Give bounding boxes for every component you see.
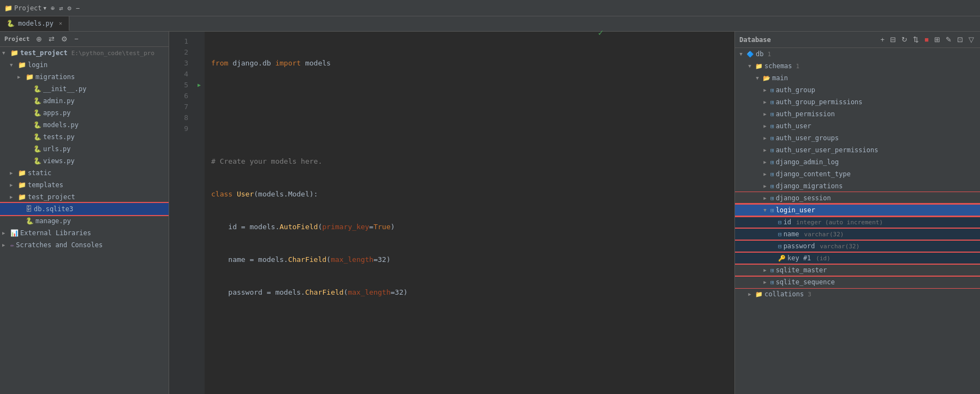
python-icon: 🐍 bbox=[33, 85, 41, 93]
code-editor[interactable]: from django.db import models # Create yo… bbox=[205, 32, 734, 394]
chevron-right-icon: ▶ bbox=[761, 147, 769, 153]
sidebar-btn-equalizer[interactable]: ⇄ bbox=[46, 34, 57, 44]
db-item-auth-user[interactable]: ▶ ⊞ auth_user bbox=[735, 120, 980, 132]
db-btn-table[interactable]: ⊞ bbox=[933, 34, 942, 45]
sidebar-tree: ▼ 📁 test_project E:\python_code\test_pro… bbox=[0, 47, 169, 394]
sidebar-item-static[interactable]: ▶ 📁 static bbox=[0, 167, 169, 179]
db-item-auth-user-user-permissions[interactable]: ▶ ⊞ auth_user_user_permissions bbox=[735, 144, 980, 156]
chevron-right-icon: ▶ bbox=[746, 291, 754, 297]
sidebar-item-init-py[interactable]: 🐍 __init__.py bbox=[0, 83, 169, 95]
chevron-right-icon: ▶ bbox=[17, 74, 24, 80]
python-icon: 🐍 bbox=[33, 109, 41, 117]
chevron-right-icon: ▶ bbox=[2, 242, 9, 248]
db-item-auth-user-groups[interactable]: ▶ ⊞ auth_user_groups bbox=[735, 132, 980, 144]
code-line-6: id = models. AutoField ( primary_key = T… bbox=[211, 222, 728, 232]
folder-icon: 📁 bbox=[18, 193, 26, 201]
db-item-schemas[interactable]: ▼ 📁 schemas 1 bbox=[735, 60, 980, 72]
db-btn-edit[interactable]: ✎ bbox=[944, 34, 953, 45]
sidebar-item-tests-py[interactable]: 🐍 tests.py bbox=[0, 131, 169, 143]
db-item-sqlite-master[interactable]: ▶ ⊞ sqlite_master bbox=[735, 264, 980, 276]
editor-content[interactable]: 1 2 3 4 5 6 7 8 9 ▶ bbox=[169, 32, 734, 394]
sidebar-item-manage-py[interactable]: 🐍 manage.py bbox=[0, 215, 169, 227]
db-btn-stop[interactable]: ■ bbox=[923, 34, 930, 45]
db-item-auth-group-permissions[interactable]: ▶ ⊞ auth_group_permissions bbox=[735, 96, 980, 108]
db-item-django-session[interactable]: ▶ ⊞ django_session bbox=[735, 192, 980, 204]
sidebar-item-models-py[interactable]: 🐍 models.py bbox=[0, 119, 169, 131]
db-item-db-root[interactable]: ▼ 🔷 db 1 bbox=[735, 48, 980, 60]
sidebar-item-scratches[interactable]: ▶ ✏ Scratches and Consoles bbox=[0, 239, 169, 251]
db-btn-add[interactable]: + bbox=[879, 34, 887, 45]
chevron-right-icon: ▶ bbox=[761, 183, 769, 189]
chevron-down-icon: ▼ bbox=[746, 63, 754, 69]
folder-icon: 📁 bbox=[18, 61, 26, 69]
python-icon: 🐍 bbox=[33, 157, 41, 165]
db-btn-refresh-2[interactable]: ⊟ bbox=[888, 34, 898, 45]
chevron-right-icon: ▶ bbox=[10, 182, 16, 188]
db-btn-refresh[interactable]: ↻ bbox=[900, 34, 909, 45]
sidebar-item-external-libraries[interactable]: ▶ 📊 External Libraries bbox=[0, 227, 169, 239]
db-item-col-name[interactable]: ⊟ name varchar(32) bbox=[735, 228, 980, 240]
chevron-right-icon: ▶ bbox=[761, 111, 769, 117]
toolbar-btn-settings[interactable]: ⚙ bbox=[67, 4, 71, 12]
db-item-auth-group[interactable]: ▶ ⊞ auth_group bbox=[735, 84, 980, 96]
db-item-sqlite-sequence[interactable]: ▶ ⊞ sqlite_sequence bbox=[735, 276, 980, 288]
db-item-login-user[interactable]: ▼ ⊞ login_user bbox=[735, 204, 980, 216]
database-tree: ▼ 🔷 db 1 ▼ 📁 schemas 1 ▼ 📂 main ▶ ⊞ bbox=[735, 48, 980, 394]
database-panel: Database + ⊟ ↻ ⇅ ■ ⊞ ✎ ⊡ ▽ ▼ 🔷 db 1 bbox=[734, 32, 980, 394]
sidebar-btn-minus[interactable]: − bbox=[72, 34, 81, 44]
chevron-right-icon: ▶ bbox=[2, 230, 9, 236]
sidebar-btn-add[interactable]: ⊕ bbox=[34, 34, 44, 44]
chevron-right-icon: ▶ bbox=[10, 194, 16, 200]
python-icon: 🐍 bbox=[33, 133, 41, 141]
db-item-django-migrations[interactable]: ▶ ⊞ django_migrations bbox=[735, 180, 980, 192]
chevron-right-icon: ▶ bbox=[761, 123, 769, 129]
db-btn-sync[interactable]: ⇅ bbox=[911, 34, 921, 45]
db-item-auth-permission[interactable]: ▶ ⊞ auth_permission bbox=[735, 108, 980, 120]
toolbar-btn-structure[interactable]: ⇄ bbox=[59, 4, 63, 12]
table-icon: ⊞ bbox=[770, 87, 774, 94]
chevron-down-icon: ▼ bbox=[2, 50, 9, 56]
db-item-key-1[interactable]: 🔑 key #1 (id) bbox=[735, 252, 980, 264]
folder-icon: 📁 bbox=[18, 181, 26, 189]
sidebar-item-urls-py[interactable]: 🐍 urls.py bbox=[0, 143, 169, 155]
sidebar-item-views-py[interactable]: 🐍 views.py bbox=[0, 155, 169, 167]
tab-models-py[interactable]: 🐍 models.py ✕ bbox=[0, 16, 69, 31]
db-item-col-password[interactable]: ⊟ password varchar(32) bbox=[735, 240, 980, 252]
collations-folder-icon: 📁 bbox=[755, 291, 763, 298]
chevron-right-icon: ▶ bbox=[761, 87, 769, 93]
toolbar-btn-add[interactable]: ⊕ bbox=[51, 4, 55, 12]
sidebar-item-admin-py[interactable]: 🐍 admin.py bbox=[0, 95, 169, 107]
sidebar-item-login[interactable]: ▼ 📁 login bbox=[0, 59, 169, 71]
tab-close-icon[interactable]: ✕ bbox=[59, 20, 62, 26]
db-item-collations[interactable]: ▶ 📁 collations 3 bbox=[735, 288, 980, 300]
table-icon: ⊞ bbox=[770, 207, 774, 214]
sidebar-item-apps-py[interactable]: 🐍 apps.py bbox=[0, 107, 169, 119]
gutter-line-7 bbox=[194, 102, 205, 112]
project-menu[interactable]: 📁 Project ▼ bbox=[4, 4, 46, 12]
folder-icon: 📁 bbox=[4, 4, 13, 12]
db-item-col-id[interactable]: ⊟ id integer (auto increment) bbox=[735, 216, 980, 228]
sidebar-btn-settings[interactable]: ⚙ bbox=[59, 34, 70, 44]
table-icon: ⊞ bbox=[770, 171, 774, 178]
db-btn-filter[interactable]: ▽ bbox=[967, 34, 976, 45]
table-icon: ⊞ bbox=[770, 267, 774, 274]
database-file-icon: 🗄 bbox=[26, 205, 32, 213]
python-icon: 🐍 bbox=[33, 145, 41, 153]
sidebar-item-migrations[interactable]: ▶ 📁 migrations bbox=[0, 71, 169, 83]
sidebar-item-test-project-sub[interactable]: ▶ 📁 test_project bbox=[0, 191, 169, 203]
sidebar-item-templates[interactable]: ▶ 📁 templates bbox=[0, 179, 169, 191]
folder-icon: 📁 bbox=[10, 49, 19, 57]
db-item-django-admin-log[interactable]: ▶ ⊞ django_admin_log bbox=[735, 156, 980, 168]
db-btn-image[interactable]: ⊡ bbox=[955, 34, 965, 45]
sidebar-item-test-project-root[interactable]: ▼ 📁 test_project E:\python_code\test_pro bbox=[0, 47, 169, 59]
db-item-main[interactable]: ▼ 📂 main bbox=[735, 72, 980, 84]
chevron-down-icon: ▼ bbox=[10, 62, 16, 68]
check-mark: ✓ bbox=[598, 32, 603, 38]
toolbar-btn-minimize[interactable]: − bbox=[76, 4, 80, 12]
chevron-right-icon: ▶ bbox=[761, 135, 769, 141]
db-item-django-content-type[interactable]: ▶ ⊞ django_content_type bbox=[735, 168, 980, 180]
chevron-icon: ▼ bbox=[44, 5, 46, 11]
table-icon: ⊞ bbox=[770, 135, 774, 142]
sidebar-item-db-sqlite3[interactable]: 🗄 db.sqlite3 bbox=[0, 203, 169, 215]
python-icon: 🐍 bbox=[26, 217, 34, 225]
